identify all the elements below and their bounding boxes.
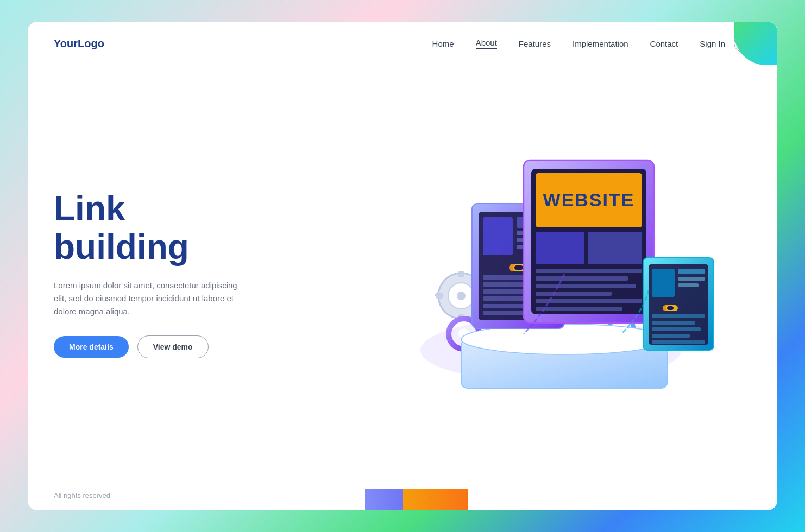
- nav-links: Home About Features Implementation Conta…: [432, 38, 678, 49]
- svg-rect-54: [536, 232, 584, 264]
- nav-link-implementation[interactable]: Implementation: [573, 39, 628, 48]
- logo: YourLogo: [54, 37, 104, 50]
- nav-link-about[interactable]: About: [476, 38, 497, 49]
- left-panel: Link building Lorem ipsum dolor sit amet…: [54, 189, 282, 358]
- svg-rect-73: [652, 327, 701, 331]
- svg-rect-58: [536, 284, 636, 288]
- hero-title: Link building: [54, 189, 282, 266]
- svg-rect-59: [536, 292, 612, 296]
- svg-rect-61: [536, 307, 622, 311]
- nav-link-home[interactable]: Home: [432, 39, 454, 48]
- svg-rect-67: [678, 283, 699, 287]
- nav-link-contact[interactable]: Contact: [650, 39, 678, 48]
- more-details-button[interactable]: More details: [54, 336, 129, 358]
- svg-rect-74: [652, 334, 690, 338]
- footer-text: All rights reserved: [54, 491, 110, 499]
- hero-description: Lorem ipsum dolor sit amet, consectetur …: [54, 279, 238, 318]
- svg-rect-70: [667, 306, 674, 310]
- signin-button[interactable]: Sign In: [700, 39, 725, 48]
- svg-text:WEBSITE: WEBSITE: [543, 189, 635, 210]
- svg-rect-36: [483, 217, 513, 255]
- isometric-illustration: WEBSITE: [355, 117, 725, 432]
- svg-rect-15: [458, 271, 464, 277]
- main-content: Link building Lorem ipsum dolor sit amet…: [28, 65, 777, 483]
- svg-rect-57: [536, 276, 628, 281]
- svg-point-14: [457, 292, 466, 300]
- illustration-panel: WEBSITE: [282, 65, 751, 483]
- svg-rect-72: [652, 321, 695, 325]
- svg-rect-56: [536, 269, 642, 273]
- svg-rect-64: [652, 269, 675, 297]
- svg-rect-60: [536, 299, 642, 303]
- svg-rect-71: [652, 314, 705, 318]
- bottom-accent-right: [402, 489, 468, 510]
- svg-rect-43: [514, 265, 523, 270]
- svg-rect-65: [678, 269, 705, 274]
- button-group: More details View demo: [54, 335, 282, 358]
- view-demo-button[interactable]: View demo: [137, 335, 209, 358]
- svg-rect-66: [678, 277, 705, 281]
- svg-rect-55: [588, 232, 642, 264]
- navbar: YourLogo Home About Features Implementat…: [28, 22, 777, 65]
- nav-link-features[interactable]: Features: [519, 39, 551, 48]
- svg-rect-75: [652, 340, 705, 344]
